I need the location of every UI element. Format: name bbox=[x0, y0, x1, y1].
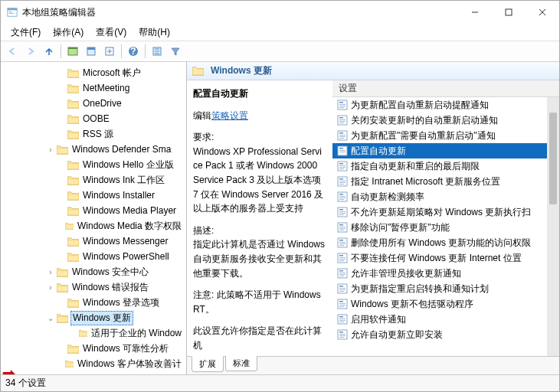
svg-rect-41 bbox=[339, 178, 343, 180]
tree-item[interactable]: Windows Ink 工作区 bbox=[1, 172, 186, 188]
policy-item[interactable]: 指定 Intranet Microsoft 更新服务位置 bbox=[332, 174, 559, 189]
folder-icon bbox=[67, 99, 79, 109]
svg-rect-63 bbox=[339, 243, 345, 244]
tab-standard[interactable]: 标准 bbox=[225, 356, 257, 371]
svg-rect-28 bbox=[339, 135, 345, 136]
requirements-text: Windows XP Professional Service Pack 1 或… bbox=[193, 145, 325, 216]
tree-item[interactable]: OOBE bbox=[1, 111, 186, 126]
policy-item[interactable]: 不要连接任何 Windows 更新 Internet 位置 bbox=[332, 250, 559, 266]
forward-button[interactable] bbox=[22, 43, 39, 60]
scrollbar-vertical[interactable] bbox=[547, 97, 559, 356]
tree-item-label: Windows 登录选项 bbox=[81, 296, 161, 309]
tree-item[interactable]: Windows PowerShell bbox=[1, 249, 186, 264]
tree-item[interactable]: Windows Messenger bbox=[1, 234, 186, 249]
policy-item[interactable]: 为更新指定重启启转换和通知计划 bbox=[332, 281, 559, 296]
tree-item[interactable]: Windows 登录选项 bbox=[1, 295, 186, 310]
svg-rect-58 bbox=[339, 228, 345, 229]
setting-icon bbox=[337, 176, 348, 187]
tree-item[interactable]: ›Windows 错误报告 bbox=[1, 279, 186, 295]
tree-item[interactable]: Microsoft 帐户 bbox=[1, 65, 186, 80]
settings-column-header[interactable]: 设置 bbox=[332, 80, 559, 97]
policy-item[interactable]: 允许自动更新立即安装 bbox=[332, 327, 559, 342]
tree-item[interactable]: Windows Media 数字权限 bbox=[1, 218, 186, 234]
setting-icon bbox=[337, 207, 348, 217]
minimize-button[interactable] bbox=[458, 1, 492, 24]
collapse-icon[interactable]: ⌄ bbox=[45, 314, 56, 322]
expand-icon[interactable]: › bbox=[45, 268, 56, 276]
policy-label: 为更新指定重启启转换和通知计划 bbox=[351, 283, 489, 296]
tree-item[interactable]: Windows Installer bbox=[1, 188, 186, 203]
policy-item[interactable]: 启用软件通知 bbox=[332, 312, 559, 327]
tree-item[interactable]: ›Windows 安全中心 bbox=[1, 264, 186, 279]
tree-item-label: Windows Hello 企业版 bbox=[81, 158, 175, 172]
policy-item[interactable]: 自动更新检测频率 bbox=[332, 189, 559, 204]
svg-rect-42 bbox=[339, 181, 345, 181]
svg-rect-66 bbox=[339, 255, 343, 256]
policy-item[interactable]: 不允许更新延期策略对 Windows 更新执行扫 bbox=[332, 204, 559, 220]
setting-icon bbox=[337, 222, 348, 233]
tree-item[interactable]: ⌄Windows 更新 bbox=[1, 310, 186, 325]
svg-rect-44 bbox=[339, 184, 344, 185]
svg-rect-72 bbox=[339, 273, 345, 273]
svg-rect-23 bbox=[339, 119, 345, 120]
policy-item[interactable]: 删除使用所有 Windows 更新功能的访问权限 bbox=[332, 235, 559, 250]
policy-label: 关闭安装更新时的自动重新启动通知 bbox=[351, 114, 498, 127]
menu-help[interactable]: 帮助(H) bbox=[133, 24, 175, 41]
tree-item[interactable]: RSS 源 bbox=[1, 126, 186, 142]
refresh-button[interactable] bbox=[149, 43, 165, 60]
tree-pane[interactable]: Microsoft 帐户NetMeetingOneDriveOOBERSS 源›… bbox=[1, 62, 187, 374]
tree-item-label: OOBE bbox=[81, 113, 111, 124]
tree-item[interactable]: Windows 可靠性分析 bbox=[1, 341, 186, 356]
policy-item[interactable]: 移除访问"暂停更新"功能 bbox=[332, 220, 559, 235]
window-title: 本地组策略编辑器 bbox=[22, 6, 458, 19]
filter-button[interactable] bbox=[167, 43, 184, 60]
svg-rect-94 bbox=[339, 337, 344, 338]
policy-item[interactable]: 关闭安装更新时的自动重新启动通知 bbox=[332, 113, 559, 128]
svg-rect-27 bbox=[339, 132, 343, 134]
policy-item[interactable]: 指定自动更新和重启的最后期限 bbox=[332, 158, 559, 174]
policy-item[interactable]: 为更新配置"需要自动重新启动"通知 bbox=[332, 128, 559, 143]
policy-label: 删除使用所有 Windows 更新功能的访问权限 bbox=[351, 237, 531, 250]
tree-item-label: Windows Media Player bbox=[81, 205, 178, 216]
policy-item[interactable]: 配置自动更新 bbox=[332, 143, 559, 158]
expand-icon[interactable]: › bbox=[45, 283, 56, 292]
policy-list[interactable]: 为更新配置自动重新启动提醒通知关闭安装更新时的自动重新启动通知为更新配置"需要自… bbox=[332, 97, 559, 356]
menu-action[interactable]: 操作(A) bbox=[47, 24, 89, 41]
policy-item[interactable]: 允许非管理员接收更新通知 bbox=[332, 266, 559, 281]
folder-icon bbox=[67, 175, 79, 185]
show-hide-tree-button[interactable] bbox=[64, 43, 81, 60]
policy-label: 允许自动更新立即安装 bbox=[351, 328, 443, 341]
maximize-button[interactable] bbox=[492, 1, 526, 24]
folder-icon bbox=[67, 160, 79, 170]
tab-extended[interactable]: 扩展 bbox=[192, 356, 224, 372]
tree-item[interactable]: NetMeeting bbox=[1, 80, 186, 96]
edit-policy-link[interactable]: 策略设置 bbox=[211, 110, 248, 121]
policy-item[interactable]: Windows 更新不包括驱动程序 bbox=[332, 296, 559, 312]
policy-item[interactable]: 为更新配置自动重新启动提醒通知 bbox=[332, 97, 559, 113]
svg-rect-32 bbox=[339, 148, 343, 149]
tree-item[interactable]: Windows Media Player bbox=[1, 203, 186, 218]
svg-rect-77 bbox=[339, 288, 345, 289]
tree-item[interactable]: ›Windows Defender Sma bbox=[1, 142, 186, 157]
tree-item[interactable]: Windows 客户体验改善计 bbox=[1, 356, 186, 371]
svg-rect-11 bbox=[87, 47, 95, 50]
tree-item-label: Windows 安全中心 bbox=[70, 266, 150, 279]
folder-icon bbox=[67, 206, 79, 216]
tree-item[interactable]: Windows Hello 企业版 bbox=[1, 157, 186, 172]
export-button[interactable] bbox=[101, 43, 118, 60]
menu-file[interactable]: 文件(F) bbox=[5, 24, 46, 41]
properties-button[interactable] bbox=[83, 43, 100, 60]
tree-item[interactable]: OneDrive bbox=[1, 96, 186, 111]
folder-icon bbox=[67, 252, 79, 262]
expand-icon[interactable]: › bbox=[45, 145, 56, 154]
menu-view[interactable]: 查看(V) bbox=[90, 24, 132, 41]
svg-rect-78 bbox=[339, 289, 345, 290]
close-button[interactable] bbox=[526, 1, 559, 24]
tree-item[interactable]: 适用于企业的 Window bbox=[1, 325, 186, 341]
up-button[interactable] bbox=[41, 43, 57, 60]
help-button[interactable]: ? bbox=[125, 43, 142, 60]
back-button[interactable] bbox=[4, 43, 21, 60]
svg-rect-93 bbox=[339, 335, 345, 336]
separator bbox=[121, 44, 122, 58]
svg-rect-53 bbox=[339, 213, 345, 214]
